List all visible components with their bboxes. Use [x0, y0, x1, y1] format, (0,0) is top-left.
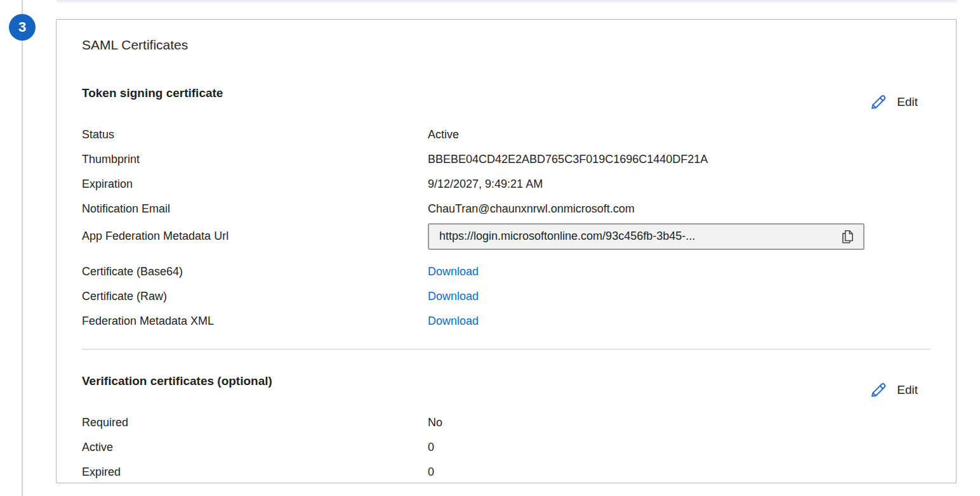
certificate-base64-label: Certificate (Base64) — [82, 265, 428, 278]
section-divider — [82, 349, 930, 349]
federation-metadata-xml-row: Federation Metadata XML Download — [82, 309, 930, 334]
pencil-icon — [868, 380, 888, 400]
required-label: Required — [82, 416, 428, 429]
token-signing-rows: Status Active Thumbprint BBEBE04CD42E2AB… — [82, 122, 930, 251]
step-3-badge: 3 — [9, 14, 36, 41]
copy-icon[interactable] — [838, 227, 857, 246]
notification-email-label: Notification Email — [82, 202, 428, 216]
download-rows: Certificate (Base64) Download Certificat… — [82, 259, 930, 334]
metadata-url-value: https://login.microsoftonline.com/93c456… — [439, 230, 695, 243]
active-row: Active 0 — [82, 435, 930, 460]
certificate-raw-label: Certificate (Raw) — [82, 290, 428, 303]
required-value: No — [428, 416, 442, 429]
status-label: Status — [82, 128, 428, 141]
certificate-base64-row: Certificate (Base64) Download — [82, 259, 930, 284]
federation-metadata-xml-label: Federation Metadata XML — [82, 315, 428, 328]
verification-rows: Required No Active 0 Expired 0 — [82, 410, 930, 485]
certificate-raw-row: Certificate (Raw) Download — [82, 284, 930, 309]
verification-certificates-header: Verification certificates (optional) — [82, 374, 272, 389]
token-signing-header: Token signing certificate — [82, 86, 223, 101]
thumbprint-label: Thumbprint — [82, 153, 428, 166]
verification-section-head: Verification certificates (optional) Edi… — [82, 374, 930, 400]
token-signing-section-head: Token signing certificate Edit — [82, 86, 930, 112]
edit-label: Edit — [897, 95, 918, 109]
step-number: 3 — [18, 19, 26, 36]
notification-email-row: Notification Email ChauTran@chaunxnrwl.o… — [82, 197, 930, 221]
expiration-value: 9/12/2027, 9:49:21 AM — [428, 178, 543, 191]
card-title: SAML Certificates — [82, 37, 930, 53]
edit-token-signing-button[interactable]: Edit — [868, 92, 918, 112]
saml-certificates-card: SAML Certificates Token signing certific… — [56, 19, 957, 483]
required-row: Required No — [82, 410, 930, 435]
expiration-label: Expiration — [82, 178, 428, 191]
expired-value: 0 — [428, 466, 434, 479]
token-signing-section: Token signing certificate Edit Status — [82, 86, 930, 334]
expiration-row: Expiration 9/12/2027, 9:49:21 AM — [82, 172, 930, 197]
thumbprint-value: BBEBE04CD42E2ABD765C3F019C1696C1440DF21A — [428, 153, 708, 166]
status-value: Active — [428, 128, 459, 141]
notification-email-value: ChauTran@chaunxnrwl.onmicrosoft.com — [428, 202, 635, 216]
page: 3 SAML Certificates Token signing certif… — [0, 0, 980, 496]
federation-metadata-xml-download-link[interactable]: Download — [428, 315, 479, 328]
active-label: Active — [82, 441, 428, 454]
pencil-icon — [868, 92, 888, 112]
active-value: 0 — [428, 441, 434, 454]
thumbprint-row: Thumbprint BBEBE04CD42E2ABD765C3F019C169… — [82, 147, 930, 172]
metadata-url-label: App Federation Metadata Url — [82, 230, 428, 243]
edit-label: Edit — [897, 383, 918, 397]
verification-certificates-section: Verification certificates (optional) Edi… — [82, 374, 930, 485]
edit-verification-certificates-button[interactable]: Edit — [868, 380, 918, 400]
status-row: Status Active — [82, 122, 930, 147]
expired-label: Expired — [82, 466, 428, 479]
certificate-raw-download-link[interactable]: Download — [428, 290, 479, 303]
expired-row: Expired 0 — [82, 460, 930, 485]
metadata-url-box[interactable]: https://login.microsoftonline.com/93c456… — [428, 223, 864, 250]
stepper-connector-line — [22, 0, 23, 496]
metadata-url-row: App Federation Metadata Url https://logi… — [82, 221, 930, 251]
previous-card-bottom-edge — [56, 0, 957, 4]
certificate-base64-download-link[interactable]: Download — [428, 265, 479, 278]
